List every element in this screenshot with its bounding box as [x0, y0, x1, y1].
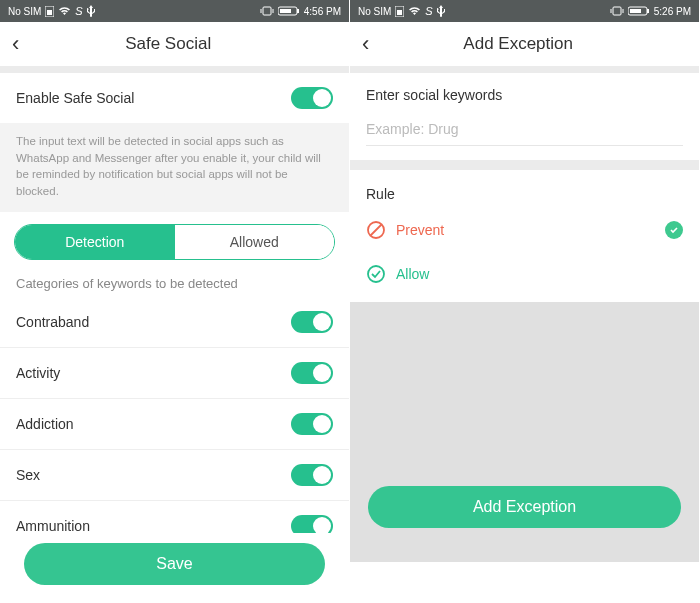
svg-rect-9	[397, 10, 402, 15]
keywords-input[interactable]	[366, 113, 683, 146]
category-row-contraband: Contraband	[0, 297, 349, 348]
allow-icon	[366, 264, 386, 284]
svg-rect-6	[297, 9, 299, 13]
save-button[interactable]: Save	[24, 543, 325, 585]
svg-rect-2	[263, 7, 271, 15]
s-icon: S	[425, 5, 432, 17]
empty-area: Add Exception	[350, 302, 699, 562]
usb-icon	[437, 5, 445, 17]
time-text: 4:56 PM	[304, 6, 341, 17]
tab-detection[interactable]: Detection	[15, 225, 175, 259]
category-row-addiction: Addiction	[0, 399, 349, 450]
prevent-label: Prevent	[396, 222, 444, 238]
svg-rect-1	[47, 10, 52, 15]
rule-row-prevent[interactable]: Prevent	[350, 208, 699, 252]
category-row-sex: Sex	[0, 450, 349, 501]
no-sim-text: No SIM	[358, 6, 391, 17]
category-label: Contraband	[16, 314, 89, 330]
svg-rect-7	[280, 9, 291, 13]
svg-rect-14	[647, 9, 649, 13]
divider	[350, 160, 699, 170]
rule-title: Rule	[350, 174, 699, 208]
svg-line-17	[371, 225, 382, 236]
header: ‹ Safe Social	[0, 22, 349, 66]
check-icon	[665, 221, 683, 239]
status-bar: No SIM S 5:26 PM	[350, 0, 699, 22]
keywords-label: Enter social keywords	[350, 73, 699, 113]
enable-toggle[interactable]	[291, 87, 333, 109]
category-label: Ammunition	[16, 518, 90, 534]
page-title: Safe Social	[0, 34, 337, 54]
save-area: Save	[0, 533, 349, 603]
time-text: 5:26 PM	[654, 6, 691, 17]
usb-icon	[87, 5, 95, 17]
allow-label: Allow	[396, 266, 429, 282]
category-row-activity: Activity	[0, 348, 349, 399]
category-label: Activity	[16, 365, 60, 381]
battery-icon	[628, 6, 650, 16]
category-toggle[interactable]	[291, 464, 333, 486]
wifi-icon	[58, 6, 71, 16]
category-toggle[interactable]	[291, 413, 333, 435]
rule-section: Rule Prevent Allow	[350, 170, 699, 302]
add-exception-screen: No SIM S 5:26 PM ‹ Add Exception E	[350, 0, 700, 603]
enable-label: Enable Safe Social	[16, 90, 134, 106]
categories-subhead: Categories of keywords to be detected	[0, 272, 349, 297]
category-toggle[interactable]	[291, 362, 333, 384]
safe-social-screen: No SIM S 4:56 PM ‹ Safe Social	[0, 0, 350, 603]
header: ‹ Add Exception	[350, 22, 699, 66]
wifi-icon	[408, 6, 421, 16]
svg-rect-10	[613, 7, 621, 15]
description-text: The input text will be detected in socia…	[0, 123, 349, 212]
prevent-icon	[366, 220, 386, 240]
s-icon: S	[75, 5, 82, 17]
enable-safe-social-row: Enable Safe Social	[0, 73, 349, 123]
svg-point-18	[368, 266, 384, 282]
divider	[350, 66, 699, 73]
status-bar: No SIM S 4:56 PM	[0, 0, 349, 22]
vibrate-icon	[260, 6, 274, 16]
vibrate-icon	[610, 6, 624, 16]
category-label: Sex	[16, 467, 40, 483]
sim-icon	[45, 6, 54, 17]
page-title: Add Exception	[350, 34, 687, 54]
sim-icon	[395, 6, 404, 17]
category-label: Addiction	[16, 416, 74, 432]
svg-rect-15	[630, 9, 641, 13]
tab-allowed[interactable]: Allowed	[175, 225, 335, 259]
segmented-control: Detection Allowed	[14, 224, 335, 260]
no-sim-text: No SIM	[8, 6, 41, 17]
add-exception-button[interactable]: Add Exception	[368, 486, 681, 528]
category-toggle[interactable]	[291, 311, 333, 333]
battery-icon	[278, 6, 300, 16]
divider	[0, 66, 349, 73]
rule-row-allow[interactable]: Allow	[350, 252, 699, 296]
